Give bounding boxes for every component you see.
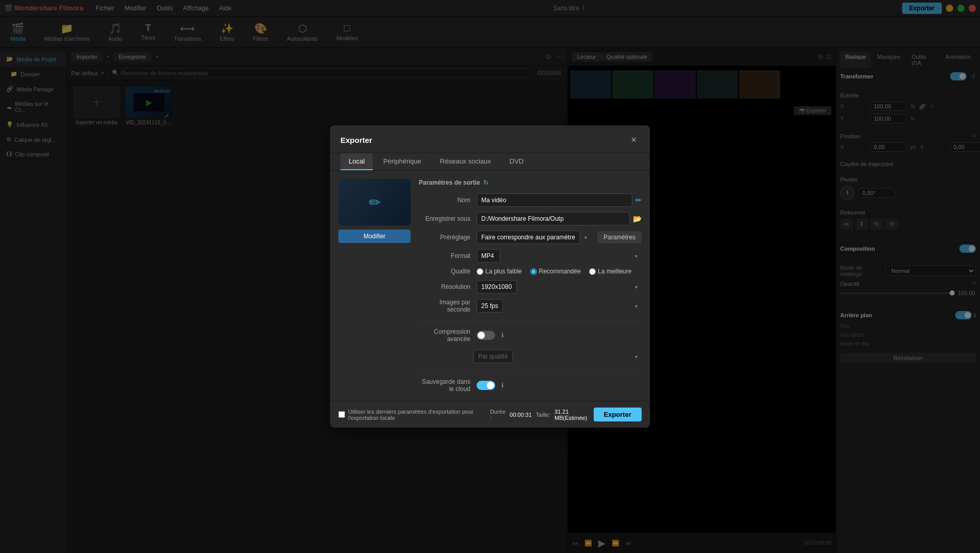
sync-icon[interactable]: ↻ [483, 179, 488, 186]
modal-close-button[interactable]: × [628, 134, 640, 147]
qualite-plus-faible-label[interactable]: La plus faible [477, 268, 522, 275]
qualite-row: Qualité La plus faible Recommandée [419, 268, 642, 275]
qualite-plus-faible-text: La plus faible [485, 268, 522, 275]
modal-preview-col: ✏ Modifier [338, 179, 411, 393]
modal-header: Exporter × [330, 125, 650, 153]
sauvegarde-row: Sauvegarde dans le cloud ℹ [419, 378, 642, 393]
modal-footer: Utiliser les derniers paramètres d'expor… [330, 401, 650, 428]
modal-title: Exporter [340, 136, 372, 144]
export-button[interactable]: Exporter [594, 408, 642, 421]
nom-field-wrapper: ✏ [477, 193, 642, 207]
export-modal: Exporter × Local Périphérique Réseaux so… [330, 125, 650, 428]
resolution-row: Résolution 1920x1080 1280x720 3840x2160 [419, 280, 642, 294]
nom-label: Nom [419, 197, 470, 204]
modal-tab-reseaux[interactable]: Réseaux sociaux [432, 153, 499, 170]
fps-select[interactable]: 25 fps 30 fps 60 fps [477, 299, 503, 313]
duree-label: Durée : [490, 409, 505, 421]
prereglage-select[interactable]: Faire correspondre aux paramètre [477, 231, 580, 244]
last-params-text: Utiliser les derniers paramètres d'expor… [348, 409, 484, 421]
per-qualite-select[interactable]: Par qualité [473, 350, 513, 363]
sauvegarde-help-icon[interactable]: ℹ [501, 382, 504, 389]
modal-tab-local[interactable]: Local [340, 153, 373, 170]
per-qualite-row: Par qualité [419, 350, 642, 363]
resolution-select[interactable]: 1920x1080 1280x720 3840x2160 [477, 280, 517, 294]
duree-value: 00:00:31 [510, 412, 532, 418]
prereglage-label: Préréglage [419, 234, 470, 241]
enregistrer-row: Enregistrer sous 📂 [419, 212, 642, 225]
last-params-checkbox-label[interactable]: Utiliser les derniers paramètres d'expor… [338, 409, 484, 421]
nom-input[interactable] [477, 193, 632, 207]
export-info: Durée : 00:00:31 Taille: 31.21 MB(Estimé… [490, 409, 587, 421]
fps-select-wrapper: 25 fps 30 fps 60 fps [477, 299, 642, 313]
enregistrer-field-wrapper: 📂 [477, 212, 642, 225]
sauvegarde-toggle[interactable] [477, 381, 495, 390]
qualite-meilleure-label[interactable]: La meilleure [589, 268, 631, 275]
prereglage-select-wrapper: Faire correspondre aux paramètre [477, 231, 591, 244]
qualite-recommandee-text: Recommandée [539, 268, 581, 275]
fps-label: Images par seconde [419, 299, 470, 313]
qualite-plus-faible-radio[interactable] [477, 268, 483, 275]
qualite-recommandee-label[interactable]: Recommandée [530, 268, 581, 275]
sauvegarde-label: Sauvegarde dans le cloud [419, 378, 470, 393]
output-settings-label: Paramètres de sortie [419, 179, 480, 186]
per-qualite-wrapper: Par qualité [473, 350, 642, 363]
modal-body: ✏ Modifier Paramètres de sortie ↻ Nom ✏ [330, 171, 650, 401]
compression-help-icon[interactable]: ℹ [501, 332, 504, 339]
prereglage-row: Préréglage Faire correspondre aux paramè… [419, 231, 642, 244]
qualite-label: Qualité [419, 268, 470, 275]
modal-tab-dvd[interactable]: DVD [501, 153, 532, 170]
modal-divider1 [419, 320, 642, 321]
params-button[interactable]: Paramètres [597, 231, 642, 243]
folder-browse-icon[interactable]: 📂 [633, 215, 642, 223]
taille-value: 31.21 MB(Estimée) [554, 409, 587, 421]
film-icon: ✏ [369, 194, 381, 211]
modal-thumbnail: ✏ [338, 179, 411, 225]
modal-divider2 [419, 370, 642, 371]
format-select-wrapper: MP4 MOV AVI [477, 249, 642, 263]
modal-tab-peripherique[interactable]: Périphérique [375, 153, 430, 170]
fps-row: Images par seconde 25 fps 30 fps 60 fps [419, 299, 642, 313]
resolution-label: Résolution [419, 283, 470, 290]
qualite-meilleure-radio[interactable] [589, 268, 596, 275]
taille-label: Taille: [536, 412, 550, 418]
qualite-meilleure-text: La meilleure [598, 268, 631, 275]
nom-row: Nom ✏ [419, 193, 642, 207]
last-params-checkbox[interactable] [338, 411, 345, 418]
enregistrer-label: Enregistrer sous [419, 215, 470, 222]
edit-name-icon[interactable]: ✏ [635, 196, 642, 204]
resolution-select-wrapper: 1920x1080 1280x720 3840x2160 [477, 280, 642, 294]
format-label: Format [419, 252, 470, 259]
output-settings-row: Paramètres de sortie ↻ [419, 179, 642, 186]
qualite-radio-group: La plus faible Recommandée La meilleure [477, 268, 642, 275]
modal-overlay[interactable]: Exporter × Local Périphérique Réseaux so… [0, 0, 980, 553]
qualite-recommandee-radio[interactable] [530, 268, 537, 275]
compression-label: Compression avancée [419, 328, 470, 343]
modal-fields: Paramètres de sortie ↻ Nom ✏ Enregistrer… [419, 179, 642, 393]
format-select[interactable]: MP4 MOV AVI [477, 249, 500, 263]
modal-edit-button[interactable]: Modifier [338, 230, 411, 243]
format-row: Format MP4 MOV AVI [419, 249, 642, 263]
modal-tabs: Local Périphérique Réseaux sociaux DVD [330, 153, 650, 171]
enregistrer-input[interactable] [477, 212, 630, 225]
compression-toggle[interactable] [477, 331, 495, 340]
thumb-content: ✏ [338, 179, 411, 225]
compression-row: Compression avancée ℹ [419, 328, 642, 343]
